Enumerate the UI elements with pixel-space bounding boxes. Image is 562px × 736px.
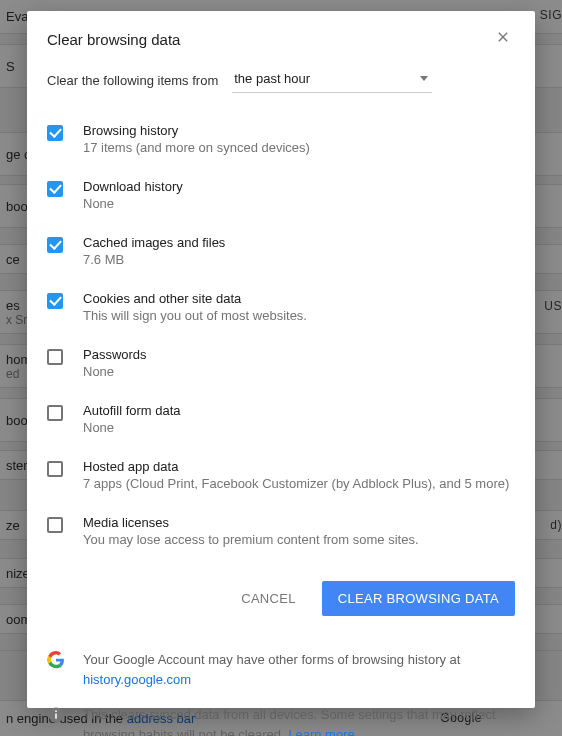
dialog-title: Clear browsing data: [47, 31, 180, 48]
item-desc: You may lose access to premium content f…: [83, 532, 419, 547]
item-desc: 7.6 MB: [83, 252, 225, 267]
checkbox-cookies[interactable]: [47, 293, 63, 309]
checkbox-passwords[interactable]: [47, 349, 63, 365]
item-title: Cached images and files: [83, 235, 225, 250]
checkbox-media-licenses[interactable]: [47, 517, 63, 533]
close-icon: [495, 29, 511, 45]
item-desc: 7 apps (Cloud Print, Facebook Customizer…: [83, 476, 509, 491]
item-cache: Cached images and files 7.6 MB: [47, 223, 515, 279]
time-range-dropdown[interactable]: the past hour: [232, 67, 432, 93]
google-logo-icon: [47, 651, 65, 669]
checkbox-download-history[interactable]: [47, 181, 63, 197]
history-link[interactable]: history.google.com: [83, 672, 191, 687]
svg-rect-1: [55, 714, 57, 719]
info-icon: [47, 706, 65, 724]
svg-rect-2: [55, 711, 57, 713]
item-title: Passwords: [83, 347, 147, 362]
item-desc: This will sign you out of most websites.: [83, 308, 307, 323]
footer-account-row: Your Google Account may have other forms…: [47, 642, 515, 697]
item-title: Autofill form data: [83, 403, 181, 418]
item-title: Download history: [83, 179, 183, 194]
item-title: Media licenses: [83, 515, 419, 530]
item-title: Hosted app data: [83, 459, 509, 474]
checkbox-autofill[interactable]: [47, 405, 63, 421]
item-title: Cookies and other site data: [83, 291, 307, 306]
item-desc: None: [83, 364, 147, 379]
checkbox-cache[interactable]: [47, 237, 63, 253]
datatype-list: Browsing history 17 items (and more on s…: [27, 111, 535, 559]
item-download-history: Download history None: [47, 167, 515, 223]
checkbox-hosted-app-data[interactable]: [47, 461, 63, 477]
clear-browsing-data-dialog: Clear browsing data Clear the following …: [27, 11, 535, 708]
cancel-button[interactable]: CANCEL: [225, 581, 312, 616]
item-browsing-history: Browsing history 17 items (and more on s…: [47, 111, 515, 167]
item-desc: 17 items (and more on synced devices): [83, 140, 310, 155]
clear-browsing-data-button[interactable]: CLEAR BROWSING DATA: [322, 581, 515, 616]
item-title: Browsing history: [83, 123, 310, 138]
close-button[interactable]: [495, 29, 515, 49]
item-passwords: Passwords None: [47, 335, 515, 391]
footer-account-text: Your Google Account may have other forms…: [83, 652, 460, 667]
item-hosted-app-data: Hosted app data 7 apps (Cloud Print, Fac…: [47, 447, 515, 503]
chevron-down-icon: [420, 76, 428, 81]
checkbox-browsing-history[interactable]: [47, 125, 63, 141]
from-label: Clear the following items from: [47, 73, 218, 88]
time-range-value: the past hour: [234, 71, 310, 86]
item-media-licenses: Media licenses You may lose access to pr…: [47, 503, 515, 559]
footer-sync-row: This clears synced data from all devices…: [47, 697, 515, 736]
item-desc: None: [83, 420, 181, 435]
item-desc: None: [83, 196, 183, 211]
item-autofill: Autofill form data None: [47, 391, 515, 447]
learn-more-link[interactable]: Learn more: [288, 727, 354, 737]
item-cookies: Cookies and other site data This will si…: [47, 279, 515, 335]
